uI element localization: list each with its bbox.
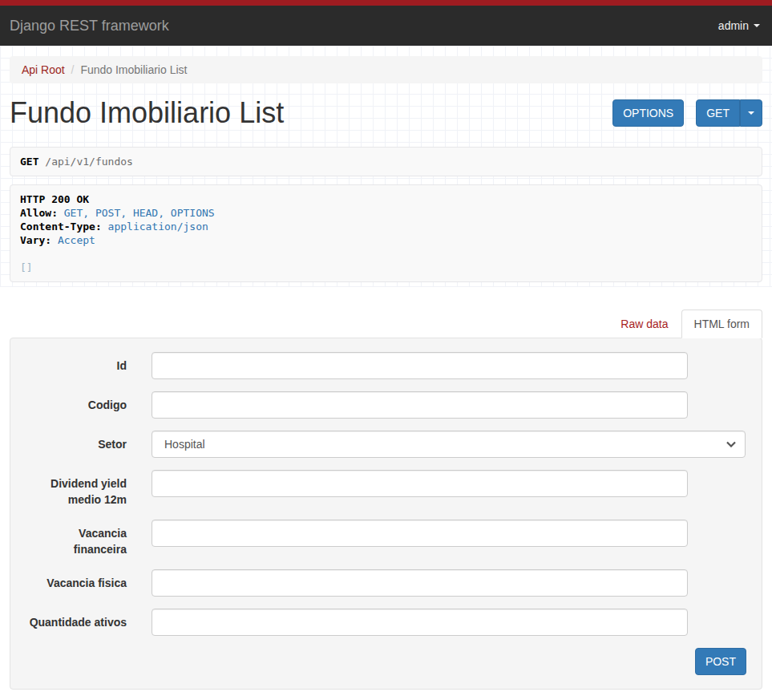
tab-raw-data[interactable]: Raw data [608,310,681,338]
form-row-setor: Setor Hospital [26,431,746,458]
breadcrumb-api-root[interactable]: Api Root [22,63,65,76]
post-button[interactable]: POST [695,648,746,675]
breadcrumb-separator: / [68,63,78,76]
brand-color-strip [0,0,772,6]
form-row-vacancia-fisica: Vacancia fisica [26,569,746,597]
html-form-panel: Id Codigo Setor Hospital Dividend [10,338,762,690]
form-tabs: Raw data HTML form [10,310,762,338]
form-row-quantidade-ativos: Quantidade ativos [26,609,746,636]
page-title: Fundo Imobiliario List [10,97,284,129]
options-button[interactable]: OPTIONS [612,99,684,127]
page-header: Fundo Imobiliario List OPTIONS GET [10,97,762,131]
codigo-input[interactable] [152,391,688,419]
form-row-id: Id [26,352,746,379]
field-label: Id [26,352,127,379]
app-title[interactable]: Django REST framework [10,18,169,34]
dividend-yield-medio-12m-input[interactable] [152,470,688,497]
response-body: [] [20,261,33,273]
field-label: Quantidade ativos [26,609,127,636]
navbar: Django REST framework admin [0,6,772,46]
field-label: Codigo [26,391,127,419]
get-button[interactable]: GET [696,99,740,127]
caret-down-icon [754,24,760,27]
user-menu-label: admin [718,19,749,32]
field-label: Setor [26,431,127,458]
breadcrumb-current: Fundo Imobiliario List [80,63,187,76]
request-path: /api/v1/fundos [45,156,133,168]
form-row-dividend-yield: Dividend yield medio 12m [26,470,746,508]
field-label: Vacancia fisica [26,569,127,597]
vacancia-financeira-input[interactable] [152,520,688,547]
form-row-vacancia-financeira: Vacancia financeira [26,520,746,557]
id-input[interactable] [152,352,688,379]
method-buttons: OPTIONS GET [612,99,762,127]
response-header-value: application/json [108,221,208,233]
response-info: HTTP 200 OK Allow: GET, POST, HEAD, OPTI… [10,184,762,282]
response-header-name: Allow: [20,207,58,219]
request-method: GET [20,156,38,168]
upper-section: Api Root / Fundo Imobiliario List Fundo … [0,46,772,287]
response-header-name: Vary: [20,234,51,246]
breadcrumb: Api Root / Fundo Imobiliario List [10,56,762,83]
field-label: Dividend yield medio 12m [26,470,127,508]
user-menu-dropdown[interactable]: admin [718,19,760,32]
setor-select[interactable]: Hospital [152,431,746,458]
response-header-name: Content-Type: [20,221,102,233]
field-label: Vacancia financeira [26,520,127,557]
tab-html-form[interactable]: HTML form [681,310,762,338]
response-header-value: Accept [58,234,95,246]
request-info: GET /api/v1/fundos [10,147,762,176]
form-row-codigo: Codigo [26,391,746,419]
quantidade-ativos-input[interactable] [152,609,688,636]
response-header-value: GET, POST, HEAD, OPTIONS [64,207,215,219]
vacancia-fisica-input[interactable] [152,569,688,597]
form-actions: POST [26,648,746,675]
get-dropdown-toggle[interactable] [740,99,762,127]
response-status: HTTP 200 OK [20,193,89,205]
caret-down-icon [748,111,754,115]
get-button-group: GET [696,99,762,127]
